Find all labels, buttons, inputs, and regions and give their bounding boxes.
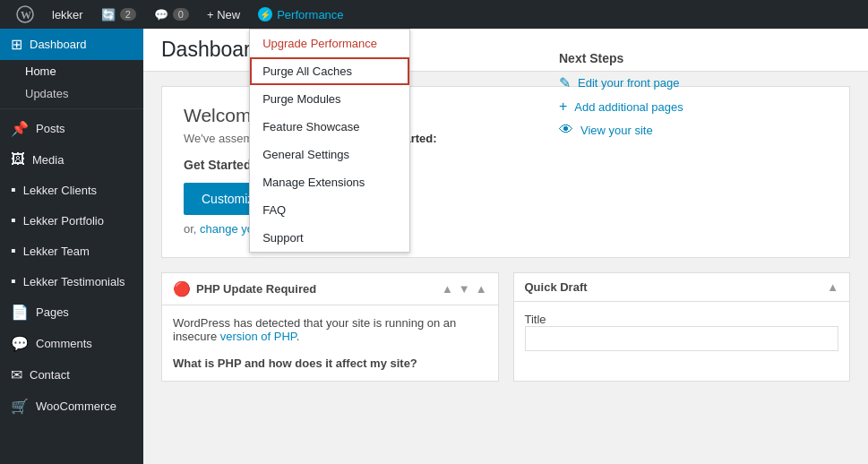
posts-label: Posts <box>36 122 65 135</box>
sidebar-item-media[interactable]: 🖼 Media <box>0 144 143 175</box>
or-label: or, <box>184 222 200 236</box>
bottom-row: 🔴 PHP Update Required ▲ ▼ ▲ WordPress ha… <box>161 272 850 382</box>
updates-icon: 🔄 <box>101 8 116 21</box>
svg-text:W: W <box>21 9 31 21</box>
quick-draft-body: Title <box>514 302 850 362</box>
php-panel-header: 🔴 PHP Update Required ▲ ▼ ▲ <box>162 273 498 305</box>
collapse-down-icon[interactable]: ▼ <box>459 282 470 296</box>
media-icon: 🖼 <box>11 151 25 168</box>
site-name-label: lekker <box>52 8 83 21</box>
edit-front-icon: ✎ <box>559 74 571 91</box>
edit-front-label: Edit your front page <box>578 76 679 90</box>
contact-icon: ✉ <box>11 366 22 383</box>
woocommerce-label: WooCommerce <box>36 400 116 413</box>
performance-dropdown: Upgrade Performance Purge All Caches Pur… <box>249 29 410 253</box>
app-body: ⊞ Dashboard Home Updates 📌 Posts 🖼 Media… <box>0 29 868 464</box>
comments-icon: 💬 <box>154 8 168 21</box>
collapse-toggle-icon[interactable]: ▲ <box>476 282 487 296</box>
lekker-team-icon: ▪ <box>11 243 16 259</box>
purge-modules-item[interactable]: Purge Modules <box>250 85 409 113</box>
add-pages-label: Add additional pages <box>574 100 683 114</box>
updates-count: 2 <box>120 8 136 21</box>
sidebar-item-lekker-testimonials[interactable]: ▪ Lekker Testimonials <box>0 266 143 296</box>
manage-extensions-item[interactable]: Manage Extensions <box>250 168 409 196</box>
dashboard-label: Dashboard <box>30 38 87 51</box>
performance-label: Performance <box>277 8 343 21</box>
view-site-label: View your site <box>580 124 653 137</box>
next-steps-panel: Next Steps ✎ Edit your front page + Add … <box>559 51 828 145</box>
wp-logo-icon: W <box>16 5 34 23</box>
sidebar-item-lekker-clients[interactable]: ▪ Lekker Clients <box>0 175 143 205</box>
performance-item[interactable]: ⚡ Performance <box>249 0 352 29</box>
quick-draft-controls: ▲ <box>827 280 838 294</box>
support-item[interactable]: Support <box>250 224 409 252</box>
performance-wrapper: ⚡ Performance Upgrade Performance Purge … <box>249 0 352 29</box>
comments-label: Comments <box>36 337 92 350</box>
php-panel-controls: ▲ ▼ ▲ <box>442 282 487 296</box>
lekker-team-label: Lekker Team <box>23 245 90 258</box>
php-warning-icon: 🔴 <box>173 280 191 297</box>
performance-icon: ⚡ <box>258 7 272 21</box>
sidebar-item-dashboard[interactable]: ⊞ Dashboard <box>0 29 143 60</box>
comments-icon: 💬 <box>11 335 29 352</box>
title-input[interactable] <box>525 326 839 351</box>
updates-item[interactable]: 🔄 2 <box>92 0 145 29</box>
php-body-line2: What is PHP and how does it affect my si… <box>173 357 487 370</box>
quick-draft-header: Quick Draft ▲ <box>514 273 850 302</box>
sidebar: ⊞ Dashboard Home Updates 📌 Posts 🖼 Media… <box>0 29 143 464</box>
lekker-portfolio-label: Lekker Portfolio <box>23 214 104 228</box>
next-step-edit-front[interactable]: ✎ Edit your front page <box>559 74 828 91</box>
lekker-clients-icon: ▪ <box>11 182 16 198</box>
quick-draft-title: Quick Draft <box>525 280 588 294</box>
woocommerce-icon: 🛒 <box>11 398 29 415</box>
upgrade-performance-item[interactable]: Upgrade Performance <box>250 30 409 57</box>
comments-count: 0 <box>173 8 189 21</box>
new-item[interactable]: + New <box>198 0 249 29</box>
sidebar-item-comments[interactable]: 💬 Comments <box>0 328 143 359</box>
sidebar-item-contact[interactable]: ✉ Contact <box>0 359 143 391</box>
next-steps-title: Next Steps <box>559 51 828 65</box>
new-label: + New <box>207 8 240 21</box>
next-step-view-site[interactable]: 👁 View your site <box>559 122 828 138</box>
lekker-clients-label: Lekker Clients <box>23 184 97 197</box>
contact-label: Contact <box>30 368 70 382</box>
sidebar-item-pages[interactable]: 📄 Pages <box>0 296 143 328</box>
php-link[interactable]: version of PHP <box>220 330 296 343</box>
add-pages-icon: + <box>559 99 567 115</box>
feature-showcase-item[interactable]: Feature Showcase <box>250 113 409 141</box>
title-field-label: Title <box>525 313 546 326</box>
view-site-icon: 👁 <box>559 122 573 138</box>
sidebar-item-lekker-team[interactable]: ▪ Lekker Team <box>0 236 143 266</box>
purge-all-caches-item[interactable]: Purge All Caches <box>250 57 409 85</box>
faq-item[interactable]: FAQ <box>250 196 409 224</box>
lekker-testimonials-label: Lekker Testimonials <box>23 275 125 288</box>
php-body-line1: WordPress has detected that your site is… <box>173 316 487 343</box>
quick-draft-panel: Quick Draft ▲ Title <box>513 272 851 382</box>
sidebar-item-home[interactable]: Home <box>0 60 143 82</box>
admin-bar: W lekker 🔄 2 💬 0 + New ⚡ Performance Upg… <box>0 0 868 29</box>
pages-label: Pages <box>36 305 69 319</box>
menu-separator-1 <box>0 108 143 109</box>
sidebar-item-lekker-portfolio[interactable]: ▪ Lekker Portfolio <box>0 205 143 236</box>
lekker-testimonials-icon: ▪ <box>11 273 16 289</box>
php-panel-title: PHP Update Required <box>196 282 316 296</box>
lekker-portfolio-icon: ▪ <box>11 212 16 228</box>
wp-logo-item[interactable]: W <box>7 0 43 29</box>
site-name-item[interactable]: lekker <box>43 0 92 29</box>
quick-draft-collapse-icon[interactable]: ▲ <box>827 280 838 294</box>
pages-icon: 📄 <box>11 304 29 321</box>
php-panel: 🔴 PHP Update Required ▲ ▼ ▲ WordPress ha… <box>161 272 499 382</box>
sidebar-item-posts[interactable]: 📌 Posts <box>0 113 143 144</box>
collapse-up-icon[interactable]: ▲ <box>442 282 453 296</box>
posts-icon: 📌 <box>11 120 29 137</box>
media-label: Media <box>32 153 64 167</box>
php-panel-body: WordPress has detected that your site is… <box>162 305 498 381</box>
sidebar-item-woocommerce[interactable]: 🛒 WooCommerce <box>0 391 143 422</box>
next-step-add-pages[interactable]: + Add additional pages <box>559 99 828 115</box>
dashboard-icon: ⊞ <box>11 36 22 53</box>
sidebar-item-updates[interactable]: Updates <box>0 82 143 105</box>
general-settings-item[interactable]: General Settings <box>250 141 409 168</box>
comments-item[interactable]: 💬 0 <box>145 0 198 29</box>
